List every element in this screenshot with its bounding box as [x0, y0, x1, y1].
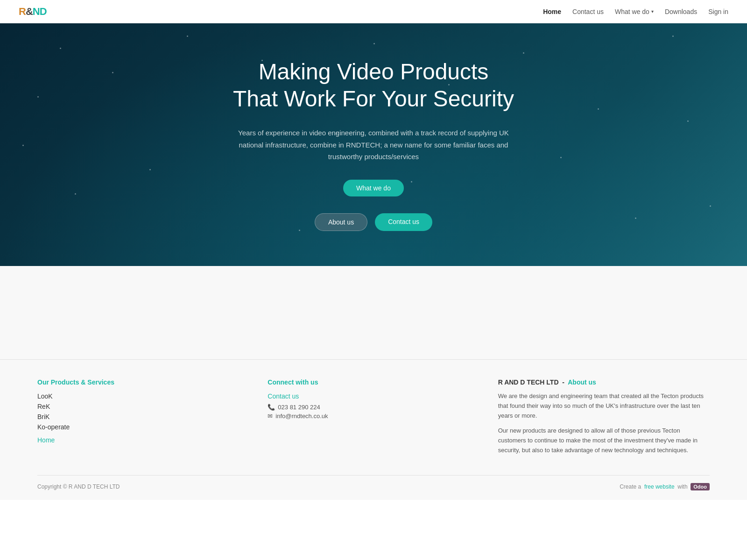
about-us-button[interactable]: About us — [315, 213, 367, 231]
nav-home[interactable]: Home — [543, 8, 561, 15]
footer-brik-link[interactable]: BriK — [37, 413, 49, 420]
footer-kooperate-link[interactable]: Ko-operate — [37, 423, 70, 431]
footer-connect-contact-link[interactable]: Contact us — [268, 392, 479, 400]
footer-odoo-badge: Odoo — [691, 483, 710, 490]
footer-products-list: LooK ReK BriK Ko-operate — [37, 392, 249, 431]
phone-icon: 📞 — [268, 404, 275, 411]
hero-title: Making Video Products That Work For Your… — [233, 58, 514, 112]
hero-section: Making Video Products That Work For Your… — [0, 23, 747, 266]
navbar: R&ND Home Contact us What we do ▾ Downlo… — [0, 0, 747, 23]
footer-rek-link[interactable]: ReK — [37, 403, 50, 410]
footer-about-link[interactable]: About us — [568, 378, 596, 386]
nav-what-we-do[interactable]: What we do ▾ — [615, 8, 654, 15]
footer-desc1: We are the design and engineering team t… — [498, 392, 710, 420]
footer-odoo-text: Create a free website with Odoo — [620, 483, 710, 490]
nav-downloads[interactable]: Downloads — [665, 8, 697, 15]
footer-phone: 📞 023 81 290 224 — [268, 404, 479, 411]
footer-look-link[interactable]: LooK — [37, 392, 53, 400]
dropdown-caret-icon: ▾ — [651, 9, 654, 14]
footer-desc2: Our new products are designed to allow a… — [498, 426, 710, 455]
hero-content: Making Video Products That Work For Your… — [233, 58, 514, 231]
nav-signin[interactable]: Sign in — [708, 8, 728, 15]
nav-contact[interactable]: Contact us — [572, 8, 604, 15]
middle-section — [0, 266, 747, 359]
email-icon: ✉ — [268, 413, 273, 420]
hero-subtitle: Years of experience in video engineering… — [238, 127, 509, 163]
footer-grid: Our Products & Services LooK ReK BriK Ko… — [37, 378, 710, 461]
footer-col-products: Our Products & Services LooK ReK BriK Ko… — [37, 378, 249, 461]
logo-n: N — [33, 6, 40, 17]
footer-free-website-link[interactable]: free website — [644, 483, 675, 490]
logo[interactable]: R&ND — [19, 6, 47, 18]
nav-menu: Home Contact us What we do ▾ Downloads S… — [543, 8, 728, 15]
logo-d: D — [40, 6, 47, 17]
footer-connect-title: Connect with us — [268, 378, 479, 386]
footer-home-link[interactable]: Home — [37, 436, 249, 444]
contact-us-button[interactable]: Contact us — [375, 213, 432, 231]
what-we-do-button[interactable]: What we do — [343, 180, 404, 196]
logo-and: & — [26, 6, 33, 17]
footer-col-connect: Connect with us Contact us 📞 023 81 290 … — [268, 378, 479, 461]
footer-copyright: Copyright © R AND D TECH LTD — [37, 483, 120, 490]
footer: Our Products & Services LooK ReK BriK Ko… — [0, 359, 747, 500]
logo-r: R — [19, 6, 26, 17]
footer-email: ✉ info@rndtech.co.uk — [268, 413, 479, 420]
footer-products-title: Our Products & Services — [37, 378, 249, 386]
footer-bottom: Copyright © R AND D TECH LTD Create a fr… — [37, 475, 710, 490]
footer-company-name: R AND D TECH LTD - About us — [498, 378, 710, 386]
footer-col-company: R AND D TECH LTD - About us We are the d… — [498, 378, 710, 461]
